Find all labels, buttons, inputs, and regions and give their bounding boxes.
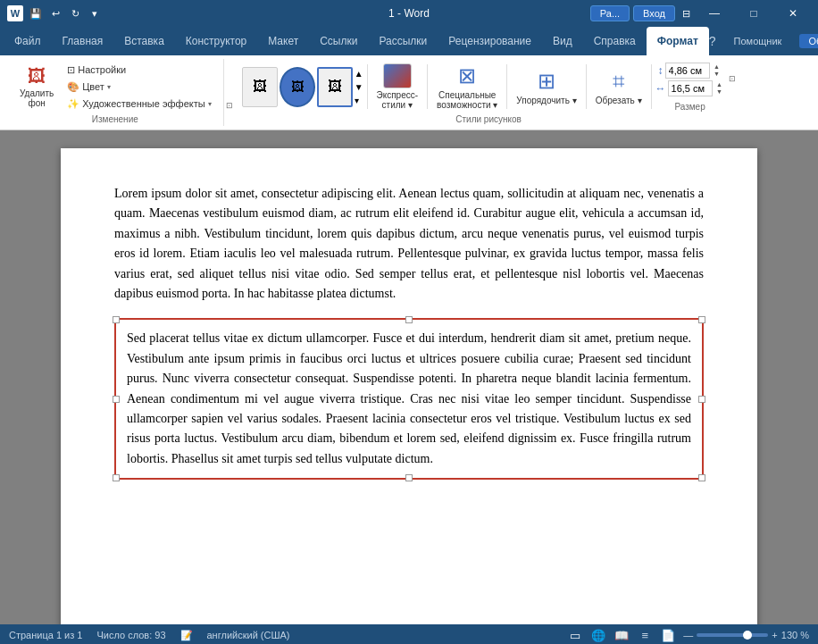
styles-group-label: Стили рисунков xyxy=(455,114,522,124)
express-group: Экспресс-стили ▾ xyxy=(371,61,424,113)
redo-icon[interactable]: ↻ xyxy=(68,6,82,21)
ribbon-tabs: Файл Главная Вставка Конструктор Макет С… xyxy=(0,27,818,55)
handle-top-middle[interactable] xyxy=(405,316,413,323)
artistic-effects-button[interactable]: ✨ Художественные эффекты ▾ xyxy=(63,96,215,112)
ra-button[interactable]: Ра... xyxy=(590,5,630,21)
more-icon[interactable]: ▾ xyxy=(88,6,102,21)
ribbon-view-icon[interactable]: ⊟ xyxy=(679,6,693,21)
question-icon[interactable]: ? xyxy=(709,34,716,48)
express-icon xyxy=(383,63,412,88)
outline-view-btn[interactable]: ≡ xyxy=(637,627,653,643)
tab-help[interactable]: Справка xyxy=(583,27,647,55)
tab-review[interactable]: Рецензирование xyxy=(438,27,542,55)
close-button[interactable]: ✕ xyxy=(775,0,811,27)
divider-4 xyxy=(586,64,587,109)
color-button[interactable]: 🎨 Цвет ▾ xyxy=(63,79,215,95)
tab-mailings[interactable]: Рассылки xyxy=(368,27,438,55)
language[interactable]: английский (США) xyxy=(207,630,290,640)
crop-icon: ⌗ xyxy=(613,69,625,94)
spell-check-icon[interactable]: 📝 xyxy=(180,630,193,641)
ribbon: Файл Главная Вставка Конструктор Макет С… xyxy=(0,27,818,130)
ribbon-content: 🖼 Удалитьфон ⊡ Настройки 🎨 Цвет ▾ ✨ xyxy=(0,55,818,130)
height-icon: ↕ xyxy=(658,64,664,77)
word-count[interactable]: Число слов: 93 xyxy=(96,630,165,640)
height-up[interactable]: ▲ xyxy=(712,63,722,71)
word-app-icon: W xyxy=(7,5,23,21)
style-preview-2[interactable]: 🖼 xyxy=(280,67,315,107)
handle-top-left[interactable] xyxy=(113,316,120,323)
special-icon: ⊠ xyxy=(458,63,476,88)
paragraph-1: Lorem ipsum dolor sit amet, consectetur … xyxy=(114,184,704,304)
handle-middle-right[interactable] xyxy=(698,396,705,403)
share-button[interactable]: Общий доступ xyxy=(799,34,818,48)
express-styles-button[interactable]: Экспресс-стили ▾ xyxy=(371,61,424,113)
height-down[interactable]: ▼ xyxy=(712,71,722,78)
draft-view-btn[interactable]: 📄 xyxy=(660,627,676,643)
settings-button[interactable]: ⊡ Настройки xyxy=(63,63,215,78)
save-icon[interactable]: 💾 xyxy=(29,6,43,21)
undo-icon[interactable]: ↩ xyxy=(48,6,63,21)
style-preview-1[interactable]: 🖼 xyxy=(242,67,278,107)
width-icon: ↔ xyxy=(655,82,666,95)
zoom-out-btn[interactable]: — xyxy=(683,630,693,640)
handle-middle-left[interactable] xyxy=(113,396,120,403)
tab-insert[interactable]: Вставка xyxy=(113,27,175,55)
style-arrows: ▲ ▼ ▾ xyxy=(355,67,363,107)
artistic-dropdown-icon: ▾ xyxy=(208,100,212,108)
divider-1 xyxy=(367,64,368,109)
remove-bg-button[interactable]: 🖼 Удалитьфон xyxy=(14,62,59,112)
divider-3 xyxy=(506,64,507,109)
handle-bottom-left[interactable] xyxy=(113,474,120,481)
width-input[interactable] xyxy=(668,80,713,96)
maximize-button[interactable]: □ xyxy=(736,0,772,27)
size-expand[interactable]: ⊡ xyxy=(729,74,736,99)
arrange-icon: ⊞ xyxy=(538,69,555,94)
width-spinner: ▲ ▼ xyxy=(714,81,725,96)
change-expand[interactable]: ⊡ xyxy=(226,59,233,126)
page-area: Lorem ipsum dolor sit amet, consectetur … xyxy=(0,130,818,624)
tab-layout[interactable]: Макет xyxy=(257,27,309,55)
page-count[interactable]: Страница 1 из 1 xyxy=(9,630,82,640)
web-view-btn[interactable]: 🌐 xyxy=(590,627,606,643)
title-bar-right: Ра... Вход ⊟ — □ ✕ xyxy=(590,0,811,27)
zoom-in-btn[interactable]: + xyxy=(772,630,777,640)
tab-view[interactable]: Вид xyxy=(542,27,583,55)
width-up[interactable]: ▲ xyxy=(714,81,725,88)
height-spinner: ▲ ▼ xyxy=(712,63,722,78)
status-bar-right: ▭ 🌐 📖 ≡ 📄 — + 130 % xyxy=(567,627,809,643)
text-box[interactable]: Sed placerat tellus vitae ex dictum ulla… xyxy=(114,318,704,480)
tab-design[interactable]: Конструктор xyxy=(175,27,257,55)
size-group-label: Размер xyxy=(674,102,705,112)
tab-file[interactable]: Файл xyxy=(4,27,52,55)
handle-top-right[interactable] xyxy=(698,316,705,323)
remove-bg-icon: 🖼 xyxy=(28,66,46,87)
tab-help2[interactable]: Помощник xyxy=(723,27,793,55)
handle-bottom-right[interactable] xyxy=(698,474,705,481)
special-btn[interactable]: ⊠ Специальныевозможности ▾ xyxy=(431,61,503,113)
divider-2 xyxy=(427,64,428,109)
size-expand-icon[interactable]: ⊡ xyxy=(729,74,736,83)
styles-group-content: 🖼 🖼 🖼 ▲ ▼ ▾ xyxy=(242,61,736,113)
handle-bottom-middle[interactable] xyxy=(405,474,413,481)
zoom-slider[interactable] xyxy=(697,633,768,637)
tab-home[interactable]: Главная xyxy=(52,27,114,55)
style-more-icon[interactable]: ▾ xyxy=(355,96,363,105)
width-down[interactable]: ▼ xyxy=(714,88,725,96)
zoom-level[interactable]: 130 % xyxy=(781,630,809,640)
arrange-btn[interactable]: ⊞ Упорядочить ▾ xyxy=(511,62,581,112)
style-preview-3[interactable]: 🖼 xyxy=(317,67,353,107)
artistic-icon: ✨ xyxy=(67,98,79,110)
change-group-label: Изменение xyxy=(92,114,138,124)
login-button[interactable]: Вход xyxy=(633,5,675,21)
height-input[interactable] xyxy=(665,63,710,79)
style-up-icon[interactable]: ▲ xyxy=(355,69,363,79)
style-down-icon[interactable]: ▼ xyxy=(355,82,363,92)
zoom-thumb[interactable] xyxy=(743,631,752,640)
read-view-btn[interactable]: 📖 xyxy=(614,627,630,643)
tab-format[interactable]: Формат xyxy=(647,27,709,55)
minimize-button[interactable]: — xyxy=(697,0,732,27)
crop-btn[interactable]: ⌗ Обрезать ▾ xyxy=(590,62,647,112)
tab-references[interactable]: Ссылки xyxy=(309,27,368,55)
print-view-btn[interactable]: ▭ xyxy=(567,627,583,643)
color-dropdown-icon: ▾ xyxy=(107,83,111,91)
